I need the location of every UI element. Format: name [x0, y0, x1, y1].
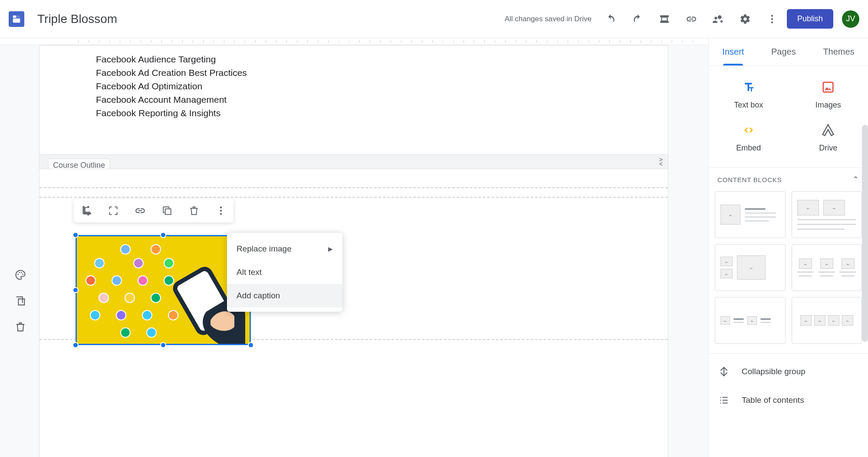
- publish-button[interactable]: Publish: [787, 9, 833, 29]
- svg-point-7: [19, 272, 20, 273]
- content-line: Facebook Ad Optimization: [96, 79, 612, 93]
- document-title[interactable]: Triple Blossom: [37, 12, 117, 26]
- svg-point-3: [771, 15, 773, 16]
- insert-embed[interactable]: Embed: [709, 117, 789, 160]
- image-context-menu: Replace image ▶ Alt text Add caption: [227, 233, 342, 312]
- content-blocks-header[interactable]: CONTENT BLOCKS ⌃: [709, 168, 868, 191]
- content-blocks-grid: [709, 191, 868, 350]
- menu-replace-image[interactable]: Replace image ▶: [227, 237, 342, 261]
- content-block-template[interactable]: [715, 297, 786, 344]
- insert-table-of-contents[interactable]: Table of contents: [709, 386, 868, 415]
- insert-item-label: Drive: [819, 144, 837, 153]
- svg-point-12: [220, 210, 222, 212]
- trash-icon[interactable]: [11, 318, 30, 336]
- duplicate-icon[interactable]: [11, 292, 30, 310]
- insert-item-label: Images: [815, 101, 841, 110]
- right-panel-tabs: Insert Pages Themes: [709, 38, 868, 66]
- crop-icon[interactable]: [79, 203, 94, 218]
- resize-handle[interactable]: [72, 232, 79, 238]
- uncrop-icon[interactable]: [106, 203, 121, 218]
- link-icon[interactable]: [685, 13, 697, 25]
- content-line: Facebook Reporting & Insights: [96, 106, 612, 120]
- user-avatar[interactable]: JV: [842, 10, 859, 28]
- resize-handle[interactable]: [248, 342, 254, 348]
- share-icon[interactable]: [712, 13, 724, 25]
- svg-point-6: [17, 274, 19, 275]
- svg-point-8: [21, 272, 22, 273]
- chevron-up-icon: ⌃: [852, 175, 859, 184]
- svg-point-5: [771, 21, 773, 23]
- svg-point-11: [220, 206, 222, 208]
- svg-point-4: [771, 18, 773, 20]
- insert-item-label: Embed: [736, 144, 761, 153]
- insert-images[interactable]: Images: [789, 74, 868, 117]
- svg-rect-15: [823, 82, 833, 92]
- spreadsheet-tab-bar: Course Outline ><: [39, 154, 668, 169]
- element-side-toolbar: [11, 266, 30, 336]
- content-block-template[interactable]: [792, 297, 862, 344]
- insert-item-label: Text box: [734, 101, 763, 110]
- menu-item-label: Alt text: [237, 268, 262, 277]
- copy-icon[interactable]: [160, 203, 174, 218]
- content-block-template[interactable]: [792, 244, 862, 291]
- save-status: All changes saved in Drive: [505, 15, 592, 23]
- menu-item-label: Add caption: [237, 291, 280, 300]
- content-line: Facebook Audience Targeting: [96, 52, 612, 66]
- svg-rect-1: [13, 19, 20, 23]
- menu-item-label: Replace image: [237, 244, 292, 254]
- svg-rect-10: [165, 209, 171, 215]
- content-line: Facebook Account Management: [96, 93, 612, 106]
- app-logo[interactable]: [9, 11, 24, 27]
- menu-add-caption[interactable]: Add caption: [227, 284, 342, 307]
- right-panel: Insert Pages Themes Text box Images Embe…: [708, 38, 868, 457]
- ruler: [0, 38, 708, 45]
- insert-drive[interactable]: Drive: [789, 117, 868, 160]
- canvas-area: ⋮⋮ Facebook Audience Targeting Facebook …: [0, 38, 708, 457]
- more-icon[interactable]: [766, 13, 778, 25]
- sheet-scroll-arrows[interactable]: ><: [659, 157, 663, 166]
- row-label: Collapsible group: [742, 367, 806, 376]
- row-label: Table of contents: [742, 395, 804, 405]
- resize-handle[interactable]: [72, 342, 79, 348]
- svg-point-9: [22, 274, 23, 275]
- delete-icon[interactable]: [187, 203, 201, 218]
- more-vert-icon[interactable]: [214, 203, 228, 218]
- selected-image-wrapper: [76, 235, 251, 345]
- menu-alt-text[interactable]: Alt text: [227, 261, 342, 284]
- resize-handle[interactable]: [72, 287, 79, 293]
- text-content[interactable]: Facebook Audience Targeting Facebook Ad …: [39, 46, 668, 128]
- content-block-template[interactable]: [715, 191, 786, 238]
- submenu-arrow-icon: ▶: [328, 245, 333, 252]
- preview-icon[interactable]: [658, 13, 671, 25]
- redo-icon[interactable]: [631, 13, 644, 25]
- tab-insert[interactable]: Insert: [718, 38, 748, 65]
- svg-point-13: [220, 213, 222, 215]
- settings-icon[interactable]: [739, 13, 751, 25]
- content-line: Facebook Ad Creation Best Practices: [96, 66, 612, 79]
- undo-icon[interactable]: [605, 13, 617, 25]
- content-block-template[interactable]: [792, 191, 862, 238]
- section-label: CONTENT BLOCKS: [717, 176, 782, 183]
- image-toolbar: [74, 199, 233, 222]
- insert-link-icon[interactable]: [133, 203, 148, 218]
- resize-handle[interactable]: [160, 232, 166, 238]
- resize-handle[interactable]: [160, 342, 166, 348]
- scrollbar-thumb[interactable]: [862, 125, 868, 342]
- tab-pages[interactable]: Pages: [767, 38, 800, 65]
- insert-collapsible-group[interactable]: Collapsible group: [709, 357, 868, 386]
- content-block-template[interactable]: [715, 244, 786, 291]
- sheet-tab[interactable]: Course Outline: [48, 159, 110, 169]
- svg-rect-2: [13, 15, 16, 18]
- tab-themes[interactable]: Themes: [819, 38, 858, 65]
- palette-icon[interactable]: [11, 266, 30, 284]
- selected-image[interactable]: [76, 235, 251, 345]
- insert-text-box[interactable]: Text box: [709, 74, 789, 117]
- app-header: Triple Blossom All changes saved in Driv…: [0, 0, 868, 38]
